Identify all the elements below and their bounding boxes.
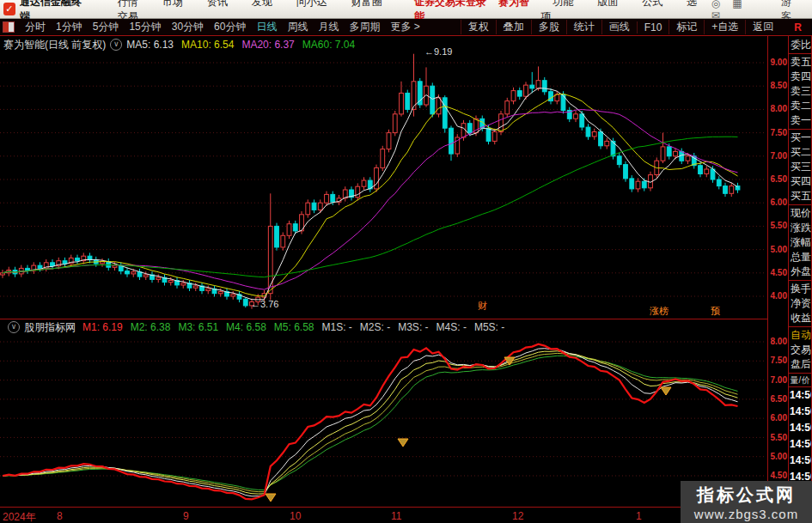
- sidebar-item-买四[interactable]: 买四: [789, 174, 811, 189]
- menu-right-item-1[interactable]: 版面: [585, 0, 630, 8]
- indicator-label-4.50: 4.50: [771, 471, 787, 481]
- event-marker-zhangbang: 涨榜: [650, 305, 669, 318]
- menu-right-item-0[interactable]: 功能: [540, 0, 585, 8]
- sidebar-separator: [789, 204, 811, 205]
- alert-label-0[interactable]: 证券交易未登录: [414, 0, 486, 8]
- price-axis: 9.008.508.007.507.006.506.005.505.004.50…: [767, 36, 788, 523]
- x-axis-label-9: 9: [183, 510, 189, 522]
- x-axis-label-11: 11: [391, 510, 401, 522]
- price-label-7.50: 7.50: [771, 128, 787, 138]
- sidebar-item-总量[interactable]: 总量: [789, 250, 811, 265]
- sidebar-item-现价[interactable]: 现价: [789, 206, 811, 221]
- price-label-8.00: 8.00: [771, 104, 787, 114]
- sidebar-separator: [789, 280, 811, 281]
- period-button-1[interactable]: 1分钟: [51, 20, 88, 34]
- headset-icon[interactable]: ◎: [711, 0, 720, 9]
- period-button-10[interactable]: 更多 >: [385, 20, 424, 34]
- sidebar-item-净资[interactable]: 净资: [789, 296, 811, 311]
- indicator-values: M1: 6.19M2: 6.38M3: 6.51M4: 6.58M5: 6.58…: [82, 321, 512, 333]
- price-label-5.50: 5.50: [771, 221, 787, 231]
- period-button-9[interactable]: 多周期: [344, 20, 385, 34]
- menu-right-item-2[interactable]: 公式: [630, 0, 675, 8]
- toolbar-right-buttons: 复权叠加多股统计画线F10标记+自选返回: [461, 20, 781, 34]
- tape-header: 量/价: [789, 374, 811, 387]
- period-button-6[interactable]: 日线: [251, 20, 282, 34]
- tdx-logo-icon: ✓: [3, 3, 15, 15]
- toolbar-button-4[interactable]: 画线: [601, 20, 637, 34]
- menu-item-4[interactable]: 问小达: [284, 0, 339, 8]
- sidebar-item-卖四[interactable]: 卖四: [789, 70, 811, 84]
- watermark-title: 指标公式网: [681, 483, 812, 507]
- sub-chart-title: 股朋指标网: [24, 320, 76, 335]
- chevron-down-icon[interactable]: ∨: [110, 39, 122, 51]
- sidebar-item-卖三[interactable]: 卖三: [789, 84, 811, 99]
- price-label-6.50: 6.50: [771, 174, 787, 185]
- period-button-7[interactable]: 周线: [282, 20, 313, 34]
- period-button-8[interactable]: 月线: [313, 20, 344, 34]
- chart-content: 赛为智能(日线 前复权) ∨ MA5: 6.13MA10: 6.54MA20: …: [0, 36, 812, 523]
- sidebar-item-换手[interactable]: 换手: [789, 282, 811, 296]
- toolbar-button-1[interactable]: 叠加: [496, 20, 531, 34]
- tape-time-row: 14:56: [789, 387, 811, 404]
- toolbar-button-5[interactable]: F10: [637, 21, 669, 33]
- toolbar-button-7[interactable]: +自选: [704, 20, 745, 34]
- sidebar-item-买五[interactable]: 买五: [789, 189, 811, 204]
- sidebar-item-委比[interactable]: 委比: [789, 38, 811, 52]
- watermark-url: www.zbgs3.com: [681, 507, 812, 521]
- chevron-down-icon[interactable]: ∨: [8, 321, 20, 333]
- toolbar-button-6[interactable]: 标记: [669, 20, 704, 34]
- sidebar-item-交易[interactable]: 交易: [789, 343, 811, 357]
- period-button-3[interactable]: 15分钟: [124, 20, 166, 34]
- time-axis: 2024年891011121: [0, 507, 767, 523]
- period-button-4[interactable]: 30分钟: [167, 20, 209, 34]
- indicator-value-3: M4: 6.58: [226, 321, 266, 333]
- ma-values: MA5: 6.13MA10: 6.54MA20: 6.37MA60: 7.04: [126, 39, 363, 51]
- sidebar-item-买三[interactable]: 买三: [789, 160, 811, 174]
- indicator-value-6: M2S: -: [360, 321, 390, 333]
- toolbar-corner-badge: R: [780, 21, 812, 33]
- qr-icon[interactable]: ▦: [732, 0, 742, 9]
- sidebar-item-涨跌[interactable]: 涨跌: [789, 221, 811, 235]
- low-annotation: ←3.76: [251, 299, 278, 309]
- toolbar-button-8[interactable]: 返回: [745, 20, 780, 34]
- tape-time-row: 14:56: [789, 453, 811, 469]
- sidebar-item-收益[interactable]: 收益: [789, 311, 811, 325]
- menubar: ✓ 通达信金融终端 行情市场资讯发现问小达财富圈交易 证券交易未登录赛为智能 功…: [0, 0, 812, 19]
- ma-value-2: MA20: 6.37: [241, 39, 294, 51]
- menu-item-2[interactable]: 资讯: [195, 0, 240, 8]
- indicator-label-6.50: 6.50: [771, 394, 787, 404]
- sub-chart-title-row: ∨ 股朋指标网 M1: 6.19M2: 6.38M3: 6.51M4: 6.58…: [3, 319, 512, 335]
- sidebar-item-卖二[interactable]: 卖二: [789, 99, 811, 113]
- high-annotation: ←9.19: [424, 46, 452, 57]
- sidebar-item-盘后[interactable]: 盘后: [789, 357, 811, 372]
- watermark: 指标公式网 www.zbgs3.com: [681, 481, 812, 523]
- menu-item-0[interactable]: 行情: [106, 0, 150, 8]
- sidebar-item-外盘[interactable]: 外盘: [789, 265, 811, 279]
- menu-item-1[interactable]: 市场: [150, 0, 195, 8]
- sidebar-item-自动[interactable]: 自动: [789, 328, 811, 343]
- sidebar-item-卖一[interactable]: 卖一: [789, 113, 811, 128]
- toolbar-button-2[interactable]: 多股: [531, 20, 566, 34]
- price-label-4.50: 4.50: [771, 268, 787, 278]
- x-axis-label-12: 12: [512, 510, 523, 522]
- sidebar-item-涨幅[interactable]: 涨幅: [789, 235, 811, 250]
- menu-item-3[interactable]: 发现: [240, 0, 284, 8]
- sidebar-separator: [789, 373, 811, 374]
- split-screen-icon[interactable]: [3, 21, 15, 33]
- period-toolbar: 分时1分钟5分钟15分钟30分钟60分钟日线周线月线多周期更多 > 复权叠加多股…: [0, 19, 812, 36]
- menu-item-5[interactable]: 财富圈: [339, 0, 394, 8]
- sidebar-item-卖五[interactable]: 卖五: [789, 55, 811, 70]
- indicator-label-7.50: 7.50: [771, 356, 787, 366]
- price-chart-canvas[interactable]: [0, 36, 767, 523]
- period-button-0[interactable]: 分时: [20, 20, 51, 34]
- sidebar-item-买二[interactable]: 买二: [789, 145, 811, 160]
- menubar-icons: ◎▦✉: [705, 0, 764, 21]
- period-button-5[interactable]: 60分钟: [209, 20, 251, 34]
- toolbar-button-0[interactable]: 复权: [461, 20, 496, 34]
- price-label-7.00: 7.00: [771, 151, 787, 161]
- indicator-value-8: M4S: -: [437, 321, 467, 333]
- period-button-2[interactable]: 5分钟: [88, 20, 125, 34]
- toolbar-button-3[interactable]: 统计: [566, 20, 601, 34]
- sidebar-item-买一[interactable]: 买一: [789, 131, 811, 145]
- price-label-8.50: 8.50: [771, 81, 787, 91]
